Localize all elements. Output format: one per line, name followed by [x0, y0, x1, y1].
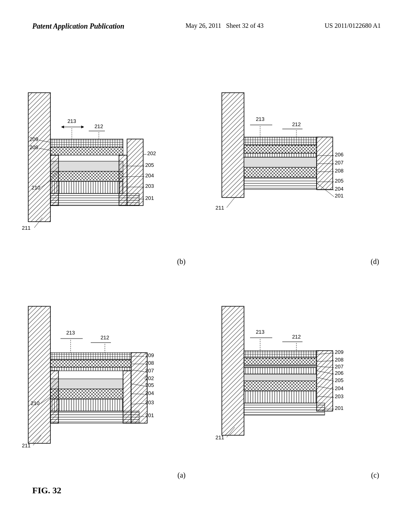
svg-rect-55 [244, 153, 317, 157]
svg-rect-48 [222, 93, 244, 197]
svg-rect-129 [244, 391, 317, 403]
svg-line-63 [227, 197, 235, 208]
svg-rect-51 [244, 157, 317, 167]
svg-text:205: 205 [145, 382, 154, 388]
svg-rect-90 [131, 353, 147, 423]
svg-rect-134 [244, 351, 317, 358]
diagram-b: 213 212 211 210 205 204 203 201 [24, 69, 194, 274]
svg-rect-11 [50, 161, 123, 171]
svg-rect-49 [244, 177, 317, 189]
svg-rect-93 [50, 367, 131, 371]
svg-text:206: 206 [335, 370, 344, 376]
svg-text:211: 211 [22, 443, 31, 449]
svg-text:211: 211 [215, 205, 224, 211]
svg-rect-53 [244, 137, 317, 145]
patent-page: Patent Application Publication May 26, 2… [0, 0, 413, 532]
svg-text:210: 210 [31, 400, 40, 406]
svg-text:212: 212 [292, 334, 301, 340]
svg-text:201: 201 [335, 405, 344, 411]
svg-text:206: 206 [335, 152, 344, 158]
svg-text:201: 201 [145, 195, 154, 201]
svg-text:209: 209 [145, 352, 154, 358]
diagram-d-letter: (d) [371, 258, 379, 266]
svg-text:213: 213 [256, 116, 265, 122]
svg-text:211: 211 [22, 225, 31, 231]
svg-text:204: 204 [335, 385, 344, 391]
diagram-b-letter: (b) [177, 258, 186, 266]
svg-rect-133 [317, 351, 333, 411]
svg-text:211: 211 [215, 434, 224, 441]
svg-text:213: 213 [256, 329, 265, 335]
svg-text:208: 208 [29, 144, 38, 150]
svg-rect-132 [244, 368, 317, 374]
svg-text:203: 203 [145, 399, 154, 405]
svg-rect-85 [50, 399, 123, 411]
svg-text:203: 203 [145, 183, 154, 189]
svg-rect-127 [222, 306, 244, 435]
svg-rect-50 [244, 167, 317, 177]
svg-rect-86 [50, 389, 123, 399]
svg-rect-10 [50, 171, 123, 181]
svg-rect-128 [244, 403, 325, 415]
figure-label: FIG. 32 [32, 485, 61, 496]
diagram-a-letter: (a) [177, 471, 186, 480]
diagram-c-svg: 213 212 211 209 208 207 206 205 204 203 [218, 278, 371, 472]
svg-text:204: 204 [335, 186, 344, 192]
svg-rect-136 [244, 365, 317, 368]
svg-rect-52 [317, 137, 333, 189]
svg-rect-16 [119, 155, 127, 206]
svg-text:209: 209 [335, 349, 344, 355]
svg-text:205: 205 [335, 178, 344, 184]
svg-text:210: 210 [31, 185, 40, 191]
header-sheet: Sheet 32 of 43 [226, 22, 264, 29]
svg-rect-131 [244, 374, 317, 381]
diagram-b-svg: 213 212 211 210 205 204 203 201 [24, 69, 177, 254]
svg-text:209: 209 [29, 136, 38, 142]
header-date-sheet: May 26, 2011 Sheet 32 of 43 [186, 22, 264, 29]
svg-rect-9 [50, 181, 123, 193]
header-date: May 26, 2011 [186, 22, 221, 29]
diagram-c-letter: (c) [371, 471, 379, 480]
svg-text:207: 207 [335, 160, 344, 166]
diagram-d-svg: 213 212 211 206 207 208 205 204 201 [218, 69, 371, 254]
svg-text:208: 208 [335, 357, 344, 363]
svg-rect-83 [28, 306, 50, 443]
svg-text:213: 213 [67, 118, 76, 124]
svg-rect-7 [28, 93, 50, 222]
svg-text:205: 205 [145, 162, 154, 168]
svg-text:202: 202 [147, 150, 156, 156]
svg-text:207: 207 [335, 364, 344, 370]
svg-rect-135 [244, 358, 317, 365]
svg-rect-12 [127, 139, 143, 206]
header-patent-number: US 2011/0122680 A1 [325, 22, 381, 29]
svg-rect-130 [244, 381, 317, 391]
svg-text:208: 208 [335, 168, 344, 174]
diagram-a-svg: 213 212 211 210 209 208 207 202 205 204 [24, 278, 177, 472]
svg-text:203: 203 [335, 393, 344, 399]
diagram-a: 213 212 211 210 209 208 207 202 205 204 [24, 278, 194, 484]
svg-text:201: 201 [145, 412, 154, 418]
svg-rect-91 [50, 353, 131, 360]
svg-text:205: 205 [335, 377, 344, 383]
svg-text:204: 204 [145, 172, 154, 179]
svg-text:212: 212 [94, 123, 103, 129]
svg-text:207: 207 [145, 368, 154, 374]
diagram-d: 213 212 211 206 207 208 205 204 201 (d) [218, 69, 387, 274]
svg-text:212: 212 [100, 335, 109, 341]
svg-rect-92 [50, 360, 131, 367]
svg-text:208: 208 [145, 360, 154, 366]
svg-text:212: 212 [292, 121, 301, 127]
svg-rect-88 [50, 371, 58, 423]
header-publication-type: Patent Application Publication [32, 22, 124, 31]
svg-rect-13 [50, 139, 123, 147]
svg-rect-54 [244, 145, 317, 153]
header: Patent Application Publication May 26, 2… [0, 22, 413, 31]
svg-text:213: 213 [66, 330, 75, 336]
svg-rect-14 [50, 147, 123, 155]
svg-rect-87 [50, 379, 123, 389]
svg-rect-15 [50, 155, 58, 206]
svg-rect-89 [123, 371, 131, 423]
diagram-c: 213 212 211 209 208 207 206 205 204 203 [218, 278, 387, 484]
svg-text:201: 201 [335, 193, 344, 199]
svg-text:204: 204 [145, 390, 154, 396]
